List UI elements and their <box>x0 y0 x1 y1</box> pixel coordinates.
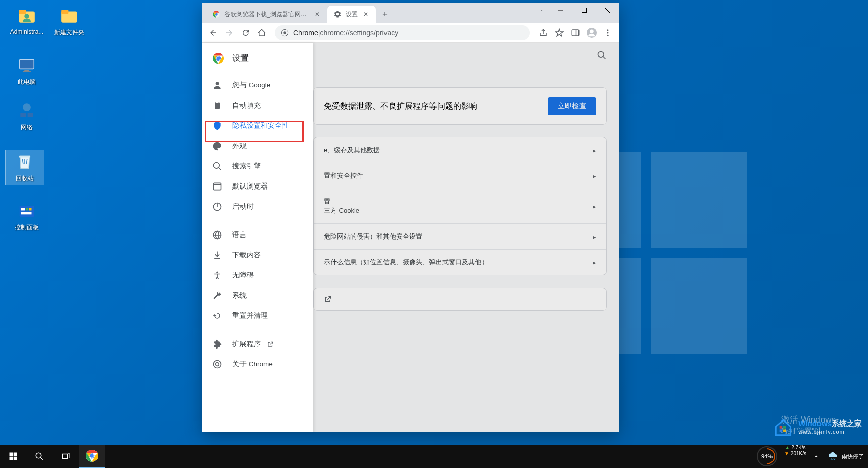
sidebar-item-privacy[interactable]: 隐私设置和安全性 <box>202 116 313 136</box>
list-item[interactable]: 置和安全控件▸ <box>314 163 606 189</box>
svg-rect-13 <box>26 208 28 211</box>
svg-rect-1 <box>19 10 26 14</box>
svg-rect-33 <box>215 102 220 109</box>
globe-icon <box>212 230 222 240</box>
desktop-icon-recycle-bin[interactable]: 回收站 <box>5 150 44 185</box>
search-button[interactable] <box>26 445 53 468</box>
browser-icon <box>212 181 222 192</box>
sidebar-item-reset[interactable]: 重置并清理 <box>202 306 313 326</box>
side-panel-icon[interactable] <box>568 26 583 40</box>
desktop-icon-control-panel[interactable]: 控制面板 <box>7 201 46 232</box>
svg-rect-18 <box>582 8 587 13</box>
list-item[interactable]: 示什么信息（如位置信息、摄像头、弹出式窗口及其他）▸ <box>314 249 606 275</box>
window-dropdown-icon[interactable] <box>534 3 549 18</box>
forward-button[interactable] <box>222 26 236 40</box>
sidebar-item-autofill[interactable]: 自动填充 <box>202 96 313 116</box>
window-controls <box>549 3 619 18</box>
list-item[interactable]: 危险网站的侵害）和其他安全设置▸ <box>314 223 606 249</box>
chrome-outline-icon <box>212 359 222 369</box>
sidebar-item-languages[interactable]: 语言 <box>202 225 313 245</box>
weather-widget[interactable]: 雨快停了 <box>824 445 868 468</box>
omnibox[interactable]: Chrome | chrome://settings/privacy <box>275 25 530 40</box>
search-settings-button[interactable] <box>597 50 607 60</box>
palette-icon <box>212 141 222 151</box>
svg-rect-7 <box>23 71 31 72</box>
performance-gauge[interactable]: 94% <box>753 445 781 468</box>
svg-point-35 <box>214 163 220 169</box>
svg-rect-45 <box>780 430 783 433</box>
share-icon[interactable] <box>536 26 550 40</box>
tray-chevron[interactable] <box>809 445 824 468</box>
start-button[interactable] <box>0 445 26 468</box>
svg-rect-15 <box>21 212 32 215</box>
svg-rect-49 <box>10 457 13 460</box>
chrome-logo-icon <box>212 52 224 64</box>
titlebar: 谷歌浏览器下载_浏览器官网入口 ✕ 设置 ✕ <box>202 3 619 23</box>
chevron-right-icon: ▸ <box>593 259 596 266</box>
svg-rect-47 <box>10 453 13 456</box>
desktop-icon-this-pc[interactable]: 此电脑 <box>7 56 46 86</box>
profile-avatar-icon[interactable] <box>585 26 599 40</box>
desktop-icon-new-folder[interactable]: 新建文件夹 <box>50 6 89 37</box>
sidebar-item-appearance[interactable]: 外观 <box>202 136 313 156</box>
network-speed[interactable]: ▲2.7K/s ▼201K/s <box>781 445 809 468</box>
svg-point-25 <box>607 32 609 33</box>
list-item[interactable]: 置三方 Cookie▸ <box>314 189 606 223</box>
new-tab-button[interactable] <box>378 7 392 21</box>
sidebar-item-extensions[interactable]: 扩展程序 <box>202 334 313 354</box>
sidebar-item-search-engine[interactable]: 搜索引擎 <box>202 156 313 176</box>
tab-close-icon[interactable]: ✕ <box>362 10 370 18</box>
svg-point-20 <box>283 31 286 34</box>
external-card[interactable] <box>313 288 607 311</box>
tab-1[interactable]: 谷歌浏览器下载_浏览器官网入口 ✕ <box>206 6 327 23</box>
taskbar-chrome[interactable] <box>79 445 105 468</box>
settings-sidebar: 设置 您与 Google 自动填充 隐私设置和安全性 外观 搜索引擎 默认浏览器… <box>202 43 313 432</box>
svg-rect-10 <box>28 113 33 117</box>
clipboard-icon <box>212 101 222 111</box>
weather-icon <box>828 451 839 462</box>
menu-icon[interactable] <box>601 26 615 40</box>
sidebar-item-accessibility[interactable]: 无障碍 <box>202 265 313 286</box>
chevron-right-icon: ▸ <box>593 233 596 241</box>
svg-rect-9 <box>20 113 26 117</box>
list-item[interactable]: e、缓存及其他数据▸ <box>314 137 606 163</box>
system-tray: 94% ▲2.7K/s ▼201K/s 雨快停了 <box>753 445 868 468</box>
person-icon <box>212 80 222 90</box>
task-view-button[interactable] <box>53 445 79 468</box>
svg-point-26 <box>607 34 609 36</box>
maximize-button[interactable] <box>572 3 596 18</box>
chevron-right-icon: ▸ <box>593 147 596 154</box>
settings-favicon-icon <box>333 10 342 18</box>
chevron-right-icon: ▸ <box>593 172 596 180</box>
minimize-button[interactable] <box>549 3 572 18</box>
svg-point-24 <box>607 29 609 31</box>
svg-rect-5 <box>20 59 34 69</box>
tab-2[interactable]: 设置 ✕ <box>327 6 376 23</box>
svg-rect-46 <box>783 430 786 433</box>
sidebar-item-about[interactable]: 关于 Chrome <box>202 354 313 375</box>
sidebar-item-on-startup[interactable]: 启动时 <box>202 197 313 217</box>
sidebar-item-downloads[interactable]: 下载内容 <box>202 245 313 265</box>
svg-point-40 <box>214 361 221 368</box>
back-button[interactable] <box>206 26 220 40</box>
sidebar-item-you-google[interactable]: 您与 Google <box>202 75 313 96</box>
reload-button[interactable] <box>238 26 253 40</box>
bookmark-star-icon[interactable] <box>552 26 566 40</box>
network-icon <box>17 101 37 121</box>
desktop-icon-administrator[interactable]: Administra... <box>7 6 46 35</box>
check-now-button[interactable]: 立即检查 <box>548 97 596 115</box>
svg-point-42 <box>598 52 604 58</box>
tab-close-icon[interactable]: ✕ <box>313 10 321 18</box>
folder-icon <box>59 6 79 26</box>
power-icon <box>212 202 222 212</box>
restore-icon <box>212 311 222 321</box>
banner-text: 免受数据泄露、不良扩展程序等问题的影响 <box>324 101 477 112</box>
desktop-icon-network[interactable]: 网络 <box>7 101 46 132</box>
sidebar-item-system[interactable]: 系统 <box>202 286 313 306</box>
svg-rect-43 <box>780 426 783 429</box>
sidebar-item-default-browser[interactable]: 默认浏览器 <box>202 176 313 197</box>
recycle-bin-icon <box>15 152 35 172</box>
svg-point-32 <box>216 82 219 85</box>
close-button[interactable] <box>596 3 619 18</box>
home-button[interactable] <box>255 26 269 40</box>
